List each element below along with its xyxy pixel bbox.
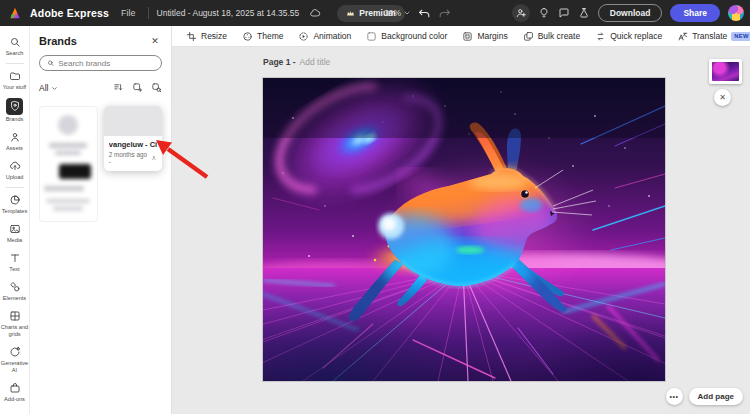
brands-search-input[interactable] bbox=[58, 59, 154, 68]
translate-button[interactable]: Translate NEW bbox=[677, 31, 750, 42]
ideas-button[interactable] bbox=[538, 7, 550, 19]
search-icon bbox=[47, 59, 54, 67]
add-page-button[interactable]: Add page bbox=[689, 388, 743, 405]
close-panel-button[interactable]: ✕ bbox=[148, 34, 162, 48]
sidebar-item-templates[interactable]: Templates bbox=[0, 190, 30, 219]
blurred-brand-content bbox=[44, 113, 93, 211]
sidebar-item-label: Upload bbox=[6, 174, 24, 181]
chevron-down-icon bbox=[403, 9, 411, 17]
search-icon bbox=[8, 35, 22, 49]
sort-brands-button[interactable] bbox=[113, 79, 124, 97]
sidebar-item-add-ons[interactable]: Add-ons bbox=[0, 378, 30, 407]
toolbar-label: Quick replace bbox=[610, 31, 662, 41]
page-thumbnail[interactable] bbox=[709, 59, 742, 84]
templates-icon bbox=[8, 193, 22, 207]
media-image-icon bbox=[8, 222, 22, 236]
shield-brands-icon bbox=[6, 98, 23, 115]
document-title[interactable]: Untitled - August 18, 2025 at 14.35.55 bbox=[157, 8, 300, 18]
brands-filter-dropdown[interactable]: All bbox=[39, 83, 58, 93]
sidebar-item-assets[interactable]: Assets bbox=[0, 127, 30, 156]
app-name: Adobe Express bbox=[30, 7, 109, 19]
share-button[interactable]: Share bbox=[670, 4, 720, 22]
theme-button[interactable]: Theme bbox=[242, 31, 283, 42]
background-color-chip-icon bbox=[366, 31, 377, 42]
lightbulb-icon bbox=[538, 7, 550, 19]
sidebar-item-brands[interactable]: Brands bbox=[0, 95, 30, 127]
adobe-express-logo-icon[interactable] bbox=[8, 6, 22, 20]
brand-card-vangeluw[interactable]: vangeluw - Ci... 2 months ago - bbox=[104, 106, 162, 171]
document-toolbar: Resize Theme Animation Background color … bbox=[172, 26, 750, 47]
animation-button[interactable]: Animation bbox=[298, 31, 351, 42]
add-collaborator-button[interactable] bbox=[512, 4, 530, 22]
sidebar-item-generative-ai[interactable]: Generative AI bbox=[0, 342, 30, 378]
brand-card-blurred[interactable] bbox=[39, 106, 98, 222]
toolbar-label: Bulk create bbox=[538, 31, 581, 41]
share-label: Share bbox=[683, 8, 707, 18]
more-options-button[interactable]: ••• bbox=[666, 388, 683, 405]
generative-ai-sparkle-icon bbox=[8, 345, 22, 359]
margins-icon bbox=[462, 31, 473, 42]
close-thumbnail-button[interactable]: ✕ bbox=[714, 89, 731, 106]
download-label: Download bbox=[610, 8, 651, 18]
toolbar-label: Animation bbox=[313, 31, 351, 41]
sidebar-item-label: Text bbox=[9, 266, 19, 273]
sidebar-item-upload[interactable]: Upload bbox=[0, 156, 30, 185]
sidebar-item-label: Generative AI bbox=[0, 360, 29, 374]
toolbar-label: Theme bbox=[257, 31, 283, 41]
sidebar-item-label: Add-ons bbox=[4, 396, 25, 403]
canvas-artwork-neon-rabbit[interactable] bbox=[263, 78, 665, 381]
person-add-icon bbox=[515, 7, 527, 19]
add-title-placeholder[interactable]: Add title bbox=[300, 57, 331, 67]
sidebar-item-label: Brands bbox=[6, 116, 24, 123]
redo-button[interactable] bbox=[438, 7, 451, 20]
background-color-button[interactable]: Background color bbox=[366, 31, 447, 42]
sidebar-item-elements[interactable]: Elements bbox=[0, 277, 30, 306]
topbar-center-controls: 39% bbox=[384, 0, 451, 26]
brands-panel: Brands ✕ All bbox=[30, 26, 172, 414]
sidebar-item-label: Charts and grids bbox=[0, 324, 29, 338]
sidebar-item-charts-and-grids[interactable]: Charts and grids bbox=[0, 306, 30, 342]
canvas-workspace[interactable]: Page 1 - Add title bbox=[172, 47, 750, 414]
bulk-create-button[interactable]: Bulk create bbox=[523, 31, 581, 42]
comments-button[interactable] bbox=[558, 7, 570, 19]
new-brand-button[interactable] bbox=[132, 79, 143, 97]
download-button[interactable]: Download bbox=[598, 4, 663, 22]
sidebar-item-text[interactable]: Text bbox=[0, 248, 30, 277]
beta-features-button[interactable] bbox=[578, 7, 590, 19]
zoom-level-value: 39% bbox=[384, 8, 401, 18]
folder-icon bbox=[8, 69, 22, 83]
sidebar-item-search[interactable]: Search bbox=[0, 32, 30, 61]
grid-icon bbox=[8, 309, 22, 323]
bulk-create-icon bbox=[523, 31, 534, 42]
sidebar-divider bbox=[6, 187, 24, 188]
find-brand-button[interactable] bbox=[151, 79, 162, 97]
bottom-actions: ••• Add page bbox=[666, 388, 743, 405]
editor-area: Resize Theme Animation Background color … bbox=[172, 26, 750, 414]
sidebar-item-label: Your stuff bbox=[3, 84, 26, 91]
toolbar-label: Resize bbox=[201, 31, 227, 41]
sidebar-item-media[interactable]: Media bbox=[0, 219, 30, 248]
margins-button[interactable]: Margins bbox=[462, 31, 507, 42]
brand-card-meta: 2 months ago - bbox=[109, 151, 149, 165]
brands-search-box[interactable] bbox=[39, 55, 162, 71]
flask-icon bbox=[578, 7, 590, 19]
sidebar-divider bbox=[6, 63, 24, 64]
comment-icon bbox=[558, 7, 570, 19]
sidebar-item-label: Elements bbox=[3, 295, 26, 302]
crown-icon bbox=[346, 9, 355, 18]
cloud-sync-icon[interactable] bbox=[309, 7, 321, 19]
file-menu[interactable]: File bbox=[117, 6, 140, 20]
theme-icon bbox=[242, 31, 253, 42]
zoom-level-dropdown[interactable]: 39% bbox=[384, 8, 411, 18]
quick-replace-button[interactable]: Quick replace bbox=[595, 31, 662, 42]
resize-button[interactable]: Resize bbox=[186, 31, 227, 42]
undo-button[interactable] bbox=[418, 7, 431, 20]
animation-icon bbox=[298, 31, 309, 42]
brands-filter-label: All bbox=[39, 83, 48, 93]
brands-panel-title: Brands bbox=[39, 35, 77, 47]
left-sidebar: Search Your stuff Brands Assets Upload T… bbox=[0, 26, 30, 414]
user-avatar[interactable] bbox=[728, 5, 744, 21]
sidebar-item-your-stuff[interactable]: Your stuff bbox=[0, 66, 30, 95]
sidebar-item-label: Search bbox=[6, 50, 24, 57]
topbar: Adobe Express File Untitled - August 18,… bbox=[0, 0, 750, 26]
